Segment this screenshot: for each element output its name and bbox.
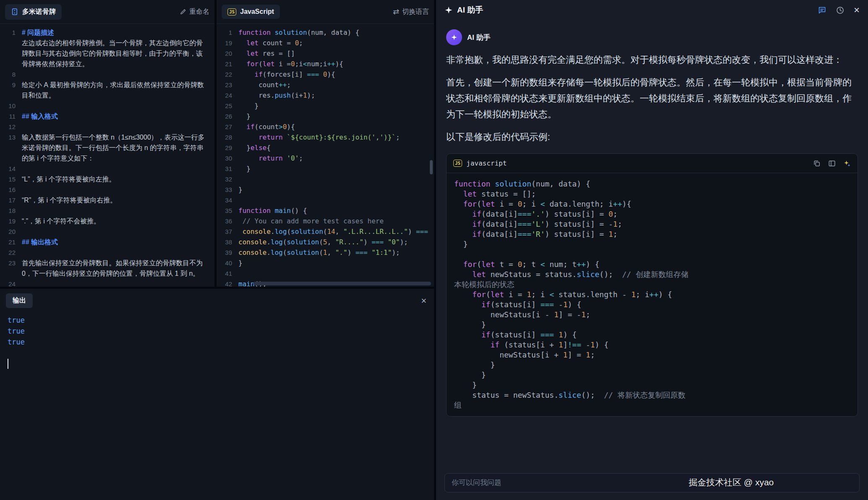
- code-line: 1function solution(num, data) {: [217, 27, 434, 38]
- copy-code-icon[interactable]: [813, 160, 821, 167]
- ai-code-line: }: [454, 380, 850, 390]
- line-number: 20: [0, 226, 22, 237]
- line-number: 26: [217, 111, 238, 122]
- code-text: for(let i =0;i<num;i++){: [238, 59, 434, 69]
- line-number: 37: [217, 226, 238, 237]
- code-text: // You can add more test cases here: [238, 216, 434, 226]
- problem-line: 10: [0, 101, 214, 111]
- code-line: 38console.log(solution(5, "R....") === "…: [217, 237, 434, 247]
- switch-language-button[interactable]: ⇄ 切换语言: [393, 8, 429, 16]
- problem-line: 11## 输入格式: [0, 111, 214, 122]
- editor-horizontal-scrollbar[interactable]: [253, 282, 431, 285]
- output-line: true: [8, 326, 434, 337]
- editor-panel: JS JavaScript ⇄ 切换语言 1function solution(…: [217, 0, 434, 287]
- line-number: 17: [0, 195, 22, 205]
- swap-arrows-icon: ⇄: [393, 8, 399, 16]
- ai-close-icon[interactable]: ×: [854, 5, 860, 15]
- ai-code-line: if(data[i]==='L') status[i] = -1;: [454, 219, 850, 229]
- line-number: 42: [217, 279, 238, 287]
- top-row: 多米诺骨牌 重命名 1# 问题描述左边或右边的相邻骨牌推倒。当一个骨牌，其左边倒…: [0, 0, 434, 287]
- ai-code-lang-label: javascript: [466, 159, 506, 167]
- rename-button[interactable]: 重命名: [180, 8, 209, 16]
- code-text: }: [238, 101, 434, 111]
- code-line: 28 return `${count}:${res.join(',')}`;: [217, 132, 434, 142]
- line-number: 23: [0, 258, 22, 279]
- problem-description[interactable]: 1# 问题描述左边或右边的相邻骨牌推倒。当一个骨牌，其左边倒向它的骨牌数目与其右…: [0, 24, 214, 287]
- language-tab[interactable]: JS JavaScript: [222, 5, 280, 19]
- ai-code-line: 组: [454, 400, 850, 410]
- code-text: }: [238, 111, 434, 122]
- problem-header: 多米诺骨牌 重命名: [0, 0, 214, 24]
- code-text: console.log(solution(1, ".") === "1:1");: [238, 247, 434, 258]
- output-console[interactable]: truetruetrue: [0, 311, 434, 369]
- language-tab-label: JavaScript: [240, 8, 274, 16]
- code-editor[interactable]: 1function solution(num, data) {19 let co…: [217, 24, 434, 287]
- problem-text: 左边或右边的相邻骨牌推倒。当一个骨牌，其左边倒向它的骨牌数目与其右边倒向它的骨牌…: [22, 38, 214, 69]
- code-line: 40}: [217, 258, 434, 268]
- ai-code[interactable]: function solution(num, data) { let statu…: [447, 173, 858, 416]
- problem-text: “R”，第 i 个字符将要被向右推。: [22, 195, 214, 205]
- ai-code-line: for(let i = 1; i < status.length - 1; i+…: [454, 290, 850, 300]
- output-tab[interactable]: 输出: [6, 293, 33, 308]
- ai-code-line: let newStatus = status.slice(); // 创建新数组…: [454, 269, 850, 280]
- code-line: 33}: [217, 184, 434, 195]
- problem-line: 17“R”，第 i 个字符将要被向右推。: [0, 195, 214, 205]
- insert-code-icon[interactable]: [828, 160, 836, 167]
- problem-text: 给定小 A 最初推骨牌的方向，求出最后依然保持竖立的骨牌数目和位置。: [22, 80, 214, 101]
- output-line: true: [8, 337, 434, 347]
- line-number: 34: [217, 195, 238, 205]
- problem-text: [22, 247, 214, 258]
- code-text: }: [238, 258, 434, 268]
- problem-title-chip[interactable]: 多米诺骨牌: [5, 4, 62, 20]
- editor-vertical-scrollbar[interactable]: [430, 160, 433, 174]
- magic-sparkle-icon[interactable]: [843, 160, 851, 167]
- code-text: }else{: [238, 142, 434, 153]
- line-number: 38: [217, 237, 238, 247]
- problem-line: 1# 问题描述: [0, 27, 214, 38]
- problem-line: 15“L”，第 i 个字符将要被向左推。: [0, 174, 214, 184]
- workspace: 多米诺骨牌 重命名 1# 问题描述左边或右边的相邻骨牌推倒。当一个骨牌，其左边倒…: [0, 0, 434, 500]
- code-text: console.log(solution(5, "R....") === "0"…: [238, 237, 434, 247]
- line-number: 18: [0, 205, 22, 216]
- problem-line: 18: [0, 205, 214, 216]
- ask-bar: [436, 467, 868, 500]
- ai-code-line: status = newStatus.slice(); // 将新状态复制回原数: [454, 390, 850, 400]
- code-line: 24 res.push(i+1);: [217, 90, 434, 101]
- code-line: 21 for(let i =0;i<num;i++){: [217, 59, 434, 69]
- line-number: 19: [0, 216, 22, 226]
- ai-question-input[interactable]: [444, 473, 860, 492]
- code-line: 22 if(forces[i] === 0){: [217, 69, 434, 80]
- line-number: 11: [0, 111, 22, 122]
- output-panel: 输出 × truetruetrue: [0, 289, 434, 500]
- ai-header-icons: ×: [818, 5, 860, 15]
- ai-title-wrap: AI 助手: [444, 5, 483, 16]
- javascript-icon: JS: [453, 160, 462, 167]
- problem-title: 多米诺骨牌: [22, 8, 56, 16]
- feedback-chat-icon[interactable]: [818, 6, 827, 15]
- problem-text: ## 输出格式: [22, 237, 214, 247]
- code-text: [238, 174, 434, 184]
- line-number: 14: [0, 163, 22, 174]
- ai-code-block: JS javascript f: [446, 153, 858, 417]
- problem-text: “L”，第 i 个字符将要被向左推。: [22, 174, 214, 184]
- javascript-icon: JS: [227, 8, 236, 16]
- output-close-icon[interactable]: ×: [421, 296, 426, 306]
- ai-code-line: }: [454, 360, 850, 370]
- output-cursor: [8, 359, 8, 369]
- ai-chat-area[interactable]: AI 助手 非常抱歉，我的思路没有完全满足您的需求。对于模拟每秒骨牌状态的改变，…: [436, 20, 868, 467]
- ai-code-line: if(status[i] === 1) {: [454, 330, 850, 340]
- problem-line: 23首先输出保持竖立的骨牌数目。如果保持竖立的骨牌数目不为 0，下一行输出保持竖…: [0, 258, 214, 279]
- code-text: if(count>0){: [238, 122, 434, 132]
- ai-code-line: [454, 249, 850, 259]
- ai-code-line: if (status[i + 1]!== -1) {: [454, 340, 850, 350]
- problem-line: 21## 输出格式: [0, 237, 214, 247]
- problem-text: [22, 163, 214, 174]
- history-icon[interactable]: [836, 6, 845, 15]
- ai-panel-title: AI 助手: [457, 5, 483, 16]
- problem-line: 16: [0, 184, 214, 195]
- problem-line: 20: [0, 226, 214, 237]
- line-number: 15: [0, 174, 22, 184]
- code-text: function main() {: [238, 205, 434, 216]
- ai-code-line: for(let t = 0; t < num; t++) {: [454, 259, 850, 269]
- problem-text: # 问题描述: [22, 27, 214, 38]
